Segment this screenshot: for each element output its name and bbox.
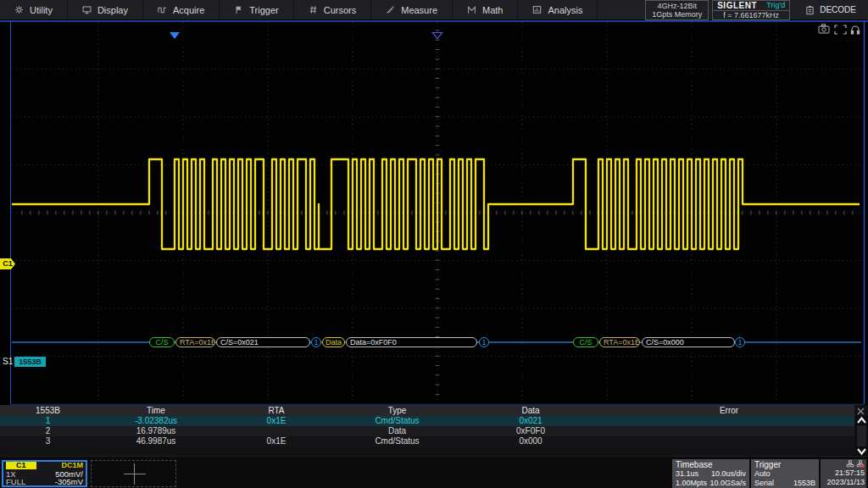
trigger-title: Trigger	[754, 460, 815, 469]
analysis-icon	[532, 5, 542, 14]
plus-icon	[134, 463, 135, 485]
timebase-scale: 10.0us/div	[711, 469, 746, 479]
clipboard-icon	[805, 5, 815, 15]
status-cluster: 4GHz-12Bit 1Gpts Memory SIGLENT Trig'd f…	[645, 0, 868, 19]
fullscreen-icon[interactable]	[835, 25, 846, 34]
decode-field-bubble: RTA=0x1E	[599, 337, 640, 347]
waveform-display[interactable]: C1 S1 1553B C/SRTA=0x1EC/S=0x0211DataDat…	[0, 20, 868, 405]
decode-field-bubble: Data=0xF0F0	[346, 337, 477, 347]
menu-item-analysis[interactable]: Analysis	[518, 0, 598, 19]
table-cell: Cmd/Status	[337, 416, 458, 426]
menu-item-label: Cursors	[324, 5, 357, 15]
menu-item-math[interactable]: Math	[453, 0, 518, 19]
channel1-bandwidth: FULL	[6, 478, 25, 486]
serial-bus-label: S1	[3, 357, 13, 366]
table-cell	[216, 426, 337, 436]
table-cell: 3	[0, 436, 96, 446]
trigger-panel[interactable]: Trigger Auto Serial 1553B	[751, 459, 819, 488]
decode-field-bubble: C/S=0x021	[216, 337, 310, 347]
measure-icon	[386, 5, 395, 14]
trigger-bus: 1553B	[793, 479, 815, 488]
trigger-status-badge: Trig'd	[766, 1, 785, 9]
lan-icon	[846, 460, 854, 468]
decode-field-bubble: C/S	[573, 337, 598, 347]
table-cell: 0x021	[458, 416, 604, 426]
scroll-down-icon[interactable]	[856, 447, 867, 456]
table-cell: 16.9789us	[96, 426, 216, 436]
table-cell: 2	[0, 426, 96, 436]
table-cell: -3.02382us	[96, 416, 216, 426]
serial-bus-type-chip[interactable]: 1553B	[14, 357, 46, 367]
add-channel-slot[interactable]	[91, 460, 176, 487]
table-cell: 46.9987us	[96, 436, 216, 446]
brand-trigger-box: SIGLENT Trig'd f = 7.661677kHz	[712, 0, 790, 20]
menu-item-trigger[interactable]: Trigger	[220, 0, 293, 19]
col-header-time: Time	[96, 405, 216, 416]
table-cell: Data	[337, 426, 458, 436]
menu-item-group: UtilityDisplayAcquireTriggerCursorsMeasu…	[0, 0, 598, 19]
datetime-panel[interactable]: 21:57:15 2023/11/13	[821, 459, 866, 488]
table-cell: 0xF0F0	[458, 426, 604, 436]
col-header-rta: RTA	[216, 405, 337, 416]
decode-button-label: DECODE	[820, 5, 856, 14]
table-cell: 0x1E	[216, 436, 337, 446]
decode-field-bubble: Data	[322, 337, 345, 347]
channel1-settings-box[interactable]: C1 DC1M 1X 500mV/ FULL -305mV	[2, 460, 87, 487]
channel1-badge: C1	[6, 462, 36, 469]
decode-field-bubble: C/S	[149, 337, 175, 347]
clock-time: 21:57:15	[822, 469, 865, 478]
math-icon	[467, 5, 476, 14]
scrollbar-thumb[interactable]	[857, 425, 866, 446]
decode-frame-index-badge: 1	[479, 337, 489, 347]
bandwidth-label: 4GHz-12Bit	[652, 2, 702, 10]
menu-item-label: Utility	[30, 5, 53, 15]
cursors-icon	[309, 5, 318, 14]
menu-item-label: Measure	[401, 5, 437, 15]
menu-item-measure[interactable]: Measure	[371, 0, 453, 19]
table-cell: 0x1E	[216, 416, 337, 426]
decode-button[interactable]: DECODE	[797, 0, 868, 19]
sample-rate: 10.0GSa/s	[709, 479, 746, 488]
acquire-points: 1.00Mpts	[676, 479, 707, 488]
gear-icon	[14, 5, 24, 14]
table-cell	[604, 416, 854, 426]
menu-item-cursors[interactable]: Cursors	[294, 0, 372, 19]
menu-item-label: Acquire	[173, 5, 204, 15]
oscilloscope-screen: UtilityDisplayAcquireTriggerCursorsMeasu…	[0, 0, 868, 488]
camera-icon[interactable]	[819, 25, 829, 33]
table-cell	[604, 436, 854, 446]
channel1-offset: -305mV	[55, 478, 83, 486]
clock-date: 2023/11/13	[822, 478, 865, 487]
trigger-position-marker[interactable]	[170, 32, 180, 39]
menu-item-acquire[interactable]: Acquire	[143, 0, 220, 19]
touch-sound-icon[interactable]	[851, 26, 859, 34]
timebase-title: Timebase	[676, 460, 746, 469]
decode-table-row[interactable]: 346.9987us0x1ECmd/Status0x000	[0, 436, 854, 446]
flag-icon	[234, 5, 243, 14]
decode-table-row[interactable]: 1-3.02382us0x1ECmd/Status0x021	[0, 416, 854, 426]
table-cell: 1	[0, 416, 96, 426]
col-header-type: Type	[337, 405, 458, 416]
menu-bar: UtilityDisplayAcquireTriggerCursorsMeasu…	[0, 0, 868, 19]
table-cell	[604, 426, 854, 436]
table-scrollbar	[855, 416, 868, 456]
decode-result-table: 1553B Time RTA Type Data Error 1-3.02382…	[0, 405, 868, 456]
acquire-icon	[158, 5, 167, 14]
trigger-frequency-readout: f = 7.661677kHz	[713, 10, 789, 19]
table-close-button[interactable]	[854, 405, 867, 416]
timebase-panel[interactable]: Timebase 31.1us 10.0us/div 1.00Mpts 10.0…	[672, 459, 749, 488]
plus-icon	[124, 474, 146, 474]
menu-item-utility[interactable]: Utility	[0, 0, 68, 19]
table-cell: Cmd/Status	[337, 436, 458, 446]
table-cell: 0x000	[458, 436, 604, 446]
bandwidth-memory-badge: 4GHz-12Bit 1Gpts Memory	[645, 0, 709, 20]
decode-table-row[interactable]: 216.9789usData0xF0F0	[0, 426, 854, 436]
lan-disconnected-icon	[856, 460, 865, 468]
timebase-delay: 31.1us	[676, 469, 698, 479]
trigger-mode: Auto	[754, 469, 771, 479]
menu-item-display[interactable]: Display	[68, 0, 143, 19]
decode-frame-index-badge: 1	[311, 337, 321, 347]
display-icon	[82, 5, 92, 14]
scroll-up-icon[interactable]	[856, 416, 867, 424]
channel1-waveform	[12, 159, 860, 249]
